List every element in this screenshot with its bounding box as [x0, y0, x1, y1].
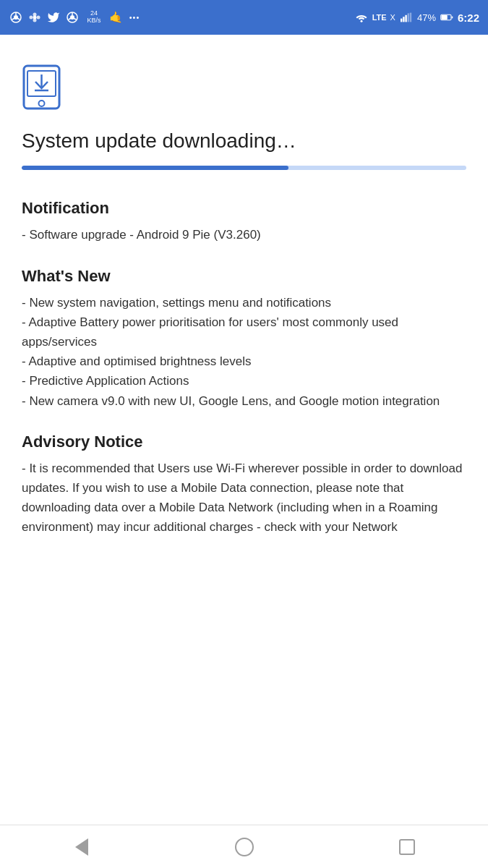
- chrome-icon: [9, 10, 23, 25]
- advisory-body: - It is recommended that Users use Wi-Fi…: [22, 459, 466, 537]
- svg-point-7: [30, 16, 33, 20]
- phone-download-icon: [22, 64, 61, 111]
- status-bar: 24 KB/s 🤙 ••• LTE X 47%: [0, 0, 488, 35]
- x-indicator: X: [390, 13, 395, 22]
- svg-rect-16: [401, 19, 402, 22]
- nav-home-button[interactable]: [215, 825, 273, 869]
- wifi-icon: [354, 10, 369, 25]
- svg-rect-19: [408, 13, 409, 22]
- page-title: System update downloading…: [22, 128, 466, 154]
- download-icon-container: [22, 64, 466, 114]
- notification-title: Notification: [22, 199, 466, 218]
- signal-icon: [399, 10, 414, 25]
- battery-percent: 47%: [417, 12, 436, 23]
- back-icon: [75, 838, 88, 856]
- svg-point-28: [39, 101, 45, 106]
- svg-point-9: [33, 16, 37, 20]
- whats-new-section: What's New - New system navigation, sett…: [22, 267, 466, 411]
- svg-point-15: [360, 20, 362, 22]
- main-content: System update downloading… Notification …: [0, 35, 488, 580]
- twitter-icon: [46, 10, 61, 25]
- svg-rect-18: [405, 15, 406, 22]
- home-icon: [235, 838, 254, 856]
- nav-back-button[interactable]: [53, 825, 111, 869]
- hand-icon: 🤙: [108, 10, 123, 25]
- flower-icon: [27, 10, 42, 25]
- time-display: 6:22: [458, 12, 479, 24]
- svg-line-3: [17, 18, 20, 20]
- advisory-section: Advisory Notice - It is recommended that…: [22, 433, 466, 537]
- nav-recents-button[interactable]: [378, 825, 436, 869]
- whats-new-body: - New system navigation, settings menu a…: [22, 293, 466, 411]
- svg-point-8: [37, 16, 40, 20]
- svg-rect-20: [410, 13, 411, 22]
- notification-section: Notification - Software upgrade - Androi…: [22, 199, 466, 244]
- notification-body: - Software upgrade - Android 9 Pie (V3.2…: [22, 225, 466, 244]
- svg-rect-17: [403, 17, 404, 22]
- whats-new-title: What's New: [22, 267, 466, 286]
- dots-icon: •••: [127, 10, 142, 25]
- advisory-title: Advisory Notice: [22, 433, 466, 451]
- svg-line-14: [69, 18, 72, 20]
- data-speed-indicator: 24 KB/s: [84, 10, 104, 25]
- svg-line-4: [12, 18, 15, 20]
- battery-icon: [440, 10, 454, 25]
- svg-rect-22: [441, 15, 447, 20]
- svg-rect-23: [452, 17, 453, 19]
- chrome2-icon: [65, 10, 80, 25]
- nav-bar: [0, 825, 488, 868]
- status-bar-right: LTE X 47% 6:22: [354, 10, 479, 25]
- status-bar-left: 24 KB/s 🤙 •••: [9, 10, 142, 25]
- progress-bar-container: [22, 166, 466, 170]
- progress-bar-fill: [22, 166, 288, 170]
- lte-label: LTE: [372, 13, 387, 22]
- recents-icon: [399, 839, 415, 855]
- svg-line-13: [74, 18, 77, 20]
